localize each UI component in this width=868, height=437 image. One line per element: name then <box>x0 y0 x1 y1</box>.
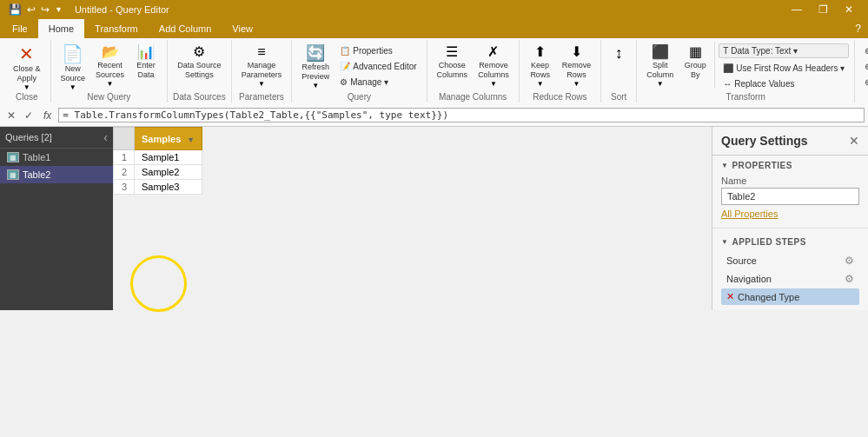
ribbon-group-data-sources: ⚙ Data SourceSettings Data Sources <box>168 40 232 103</box>
row-num-2: 2 <box>114 165 135 180</box>
ribbon-group-transform: ⬛ SplitColumn ▼ ▦ GroupBy T Data Type: T… <box>637 40 855 103</box>
data-grid[interactable]: Samples ▼ 1 Sample1 2 Sample2 <box>113 127 712 310</box>
manage-parameters-button[interactable]: ≡ ManageParameters ▼ <box>237 42 287 90</box>
properties-button[interactable]: 📋 Properties <box>335 43 421 58</box>
sort-button[interactable]: ↕ <box>606 42 631 90</box>
formula-bar: ✕ ✓ fx <box>0 104 868 127</box>
applied-steps-section: ▼ APPLIED STEPS Source ⚙ Navigation ⚙ <box>712 232 868 310</box>
table-row: 3 Sample3 <box>114 180 202 195</box>
query-settings-header: Query Settings ✕ <box>712 127 868 156</box>
step-navigation-gear-icon[interactable]: ⚙ <box>845 273 854 285</box>
queries-collapse-icon[interactable]: ‹ <box>103 130 108 144</box>
col-header-samples[interactable]: Samples ▼ <box>135 128 202 150</box>
enter-data-button[interactable]: 📊 EnterData <box>130 42 162 90</box>
advanced-editor-button[interactable]: 📝 Advanced Editor <box>335 59 421 74</box>
recent-sources-button[interactable]: 📂 RecentSources ▼ <box>91 42 129 90</box>
query-item-table1-label: Table1 <box>23 152 50 162</box>
formula-input[interactable] <box>58 108 865 122</box>
replace-values-button[interactable]: ↔ Replace Values <box>719 76 849 91</box>
queries-title: Queries [2] <box>5 132 52 142</box>
main-layout: Queries [2] ‹ ▦ Table1 ▦ Table2 Samples … <box>0 127 868 310</box>
ribbon-group-reduce-rows: ⬆ KeepRows ▼ ⬇ RemoveRows ▼ Reduce Rows <box>520 40 602 103</box>
ribbon-group-parameters: ≡ ManageParameters ▼ Parameters <box>232 40 293 103</box>
append-queries-button[interactable]: ⊕ Append Queries ▾ <box>860 59 868 74</box>
ribbon-help[interactable]: ? <box>848 19 868 38</box>
query-settings-close-icon[interactable]: ✕ <box>849 134 859 148</box>
row-num-3: 3 <box>114 180 135 195</box>
properties-section-label: PROPERTIES <box>732 161 792 170</box>
col-header-samples-label: Samples <box>142 134 181 144</box>
cell-sample3[interactable]: Sample3 <box>135 180 202 195</box>
close-apply-button[interactable]: ✕ Close &Apply ▼ <box>9 42 45 90</box>
split-column-button[interactable]: ⬛ SplitColumn ▼ <box>642 42 678 90</box>
row-num-1: 1 <box>114 150 135 165</box>
new-source-button[interactable]: 📄 NewSource ▼ <box>56 42 90 90</box>
refresh-preview-button[interactable]: 🔄 RefreshPreview ▼ <box>297 42 334 90</box>
col-filter-icon[interactable]: ▼ <box>187 136 195 144</box>
ribbon-group-query: 🔄 RefreshPreview ▼ 📋 Properties 📝 Advanc… <box>292 40 427 103</box>
tab-file[interactable]: File <box>2 19 38 38</box>
step-changed-type-label: Changed Type <box>738 292 799 302</box>
combine-binaries-button[interactable]: ⊕ Combine Binaries <box>860 75 868 89</box>
queries-panel: Queries [2] ‹ ▦ Table1 ▦ Table2 <box>0 127 113 310</box>
tab-home[interactable]: Home <box>38 19 84 38</box>
step-error-icon: ✕ <box>726 291 734 302</box>
maximize-button[interactable]: ❐ <box>811 2 835 17</box>
properties-collapse-icon[interactable]: ▼ <box>721 162 728 169</box>
group-by-button[interactable]: ▦ GroupBy <box>679 42 711 90</box>
data-table: Samples ▼ 1 Sample1 2 Sample2 <box>113 127 202 195</box>
ribbon-group-manage-columns: ☰ ChooseColumns ✗ RemoveColumns ▼ Manage… <box>427 40 520 103</box>
applied-steps-label: APPLIED STEPS <box>732 237 805 247</box>
step-source-gear-icon[interactable]: ⚙ <box>845 255 854 267</box>
formula-fx-label: fx <box>40 109 55 122</box>
close-button[interactable]: ✕ <box>837 2 861 17</box>
minimize-button[interactable]: — <box>785 2 809 17</box>
data-type-button[interactable]: T Data Type: Text ▾ <box>719 43 849 58</box>
formula-cancel-icon[interactable]: ✕ <box>3 108 19 123</box>
formula-confirm-icon[interactable]: ✓ <box>21 108 36 123</box>
query-item-table2-label: Table2 <box>23 169 50 180</box>
ribbon-group-new-query: 📄 NewSource ▼ 📂 RecentSources ▼ 📊 EnterD… <box>51 40 169 103</box>
tab-add-column[interactable]: Add Column <box>149 19 222 38</box>
step-navigation-label: Navigation <box>726 274 772 284</box>
keep-rows-button[interactable]: ⬆ KeepRows ▼ <box>525 42 556 90</box>
dropdown-arrow: ▼ <box>23 83 30 91</box>
table-row: 1 Sample1 <box>114 150 202 165</box>
properties-section: ▼ PROPERTIES Name Table2 All Properties <box>712 156 868 224</box>
formula-icons: ✕ ✓ <box>3 108 36 123</box>
query-item-table1[interactable]: ▦ Table1 <box>0 149 113 166</box>
remove-rows-button[interactable]: ⬇ RemoveRows ▼ <box>558 42 596 90</box>
cell-sample2[interactable]: Sample2 <box>135 165 202 180</box>
section-divider <box>712 228 868 228</box>
use-first-row-button[interactable]: ⬛ Use First Row As Headers ▾ <box>719 61 849 76</box>
redo-icon[interactable]: ↪ <box>39 3 51 17</box>
tab-transform[interactable]: Transform <box>84 19 149 38</box>
query-item-table2[interactable]: ▦ Table2 <box>0 166 113 183</box>
name-value[interactable]: Table2 <box>721 188 859 205</box>
choose-columns-button[interactable]: ☰ ChooseColumns <box>433 42 473 90</box>
manage-button[interactable]: ⚙ Manage ▾ <box>335 75 421 89</box>
save-icon[interactable]: 💾 <box>7 3 23 17</box>
step-navigation[interactable]: Navigation ⚙ <box>721 270 859 288</box>
applied-steps-collapse-icon[interactable]: ▼ <box>721 238 728 246</box>
table-row: 2 Sample2 <box>114 165 202 180</box>
step-source[interactable]: Source ⚙ <box>721 252 859 269</box>
ribbon-content: ✕ Close &Apply ▼ Close 📄 NewSource ▼ 📂 R… <box>0 38 868 104</box>
separator <box>714 42 715 89</box>
quick-access-toolbar: 💾 ↩ ↪ ▼ <box>7 3 64 17</box>
dropdown-icon[interactable]: ▼ <box>53 4 64 15</box>
ribbon-group-sort: ↕ Sort <box>601 40 637 103</box>
name-label: Name <box>721 175 859 186</box>
applied-steps-list: Source ⚙ Navigation ⚙ ✕ Changed Type <box>721 252 859 305</box>
table1-icon: ▦ <box>7 152 19 162</box>
data-source-settings-button[interactable]: ⚙ Data SourceSettings <box>173 42 225 90</box>
remove-columns-button[interactable]: ✗ RemoveColumns ▼ <box>474 42 514 90</box>
cell-sample1[interactable]: Sample1 <box>135 150 202 165</box>
step-changed-type[interactable]: ✕ Changed Type <box>721 288 859 305</box>
query-settings-panel: Query Settings ✕ ▼ PROPERTIES Name Table… <box>712 127 868 310</box>
tab-view[interactable]: View <box>222 19 263 38</box>
queries-header: Queries [2] ‹ <box>0 127 113 149</box>
undo-icon[interactable]: ↩ <box>25 3 37 17</box>
merge-queries-button[interactable]: ⊕ Merge Queries ▾ <box>860 43 868 58</box>
all-properties-link[interactable]: All Properties <box>721 209 778 219</box>
